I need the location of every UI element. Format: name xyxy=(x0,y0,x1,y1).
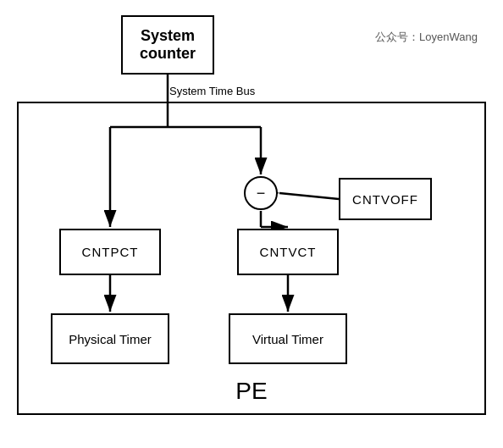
subtractor-circle: − xyxy=(244,176,278,210)
cntpct-box: CNTPCT xyxy=(59,229,161,275)
cntvct-box: CNTVCT xyxy=(237,229,339,275)
diagram-container: System counter 公众号：LoyenWang System Time… xyxy=(0,0,503,448)
watermark: 公众号：LoyenWang xyxy=(375,30,478,45)
virtual-timer-box: Virtual Timer xyxy=(229,313,347,364)
system-counter-box: System counter xyxy=(121,15,214,75)
system-counter-label: System counter xyxy=(123,27,213,63)
pe-label: PE xyxy=(235,378,267,405)
system-time-bus-label: System Time Bus xyxy=(169,85,255,97)
physical-timer-box: Physical Timer xyxy=(51,313,169,364)
cntvoff-box: CNTVOFF xyxy=(339,178,432,220)
